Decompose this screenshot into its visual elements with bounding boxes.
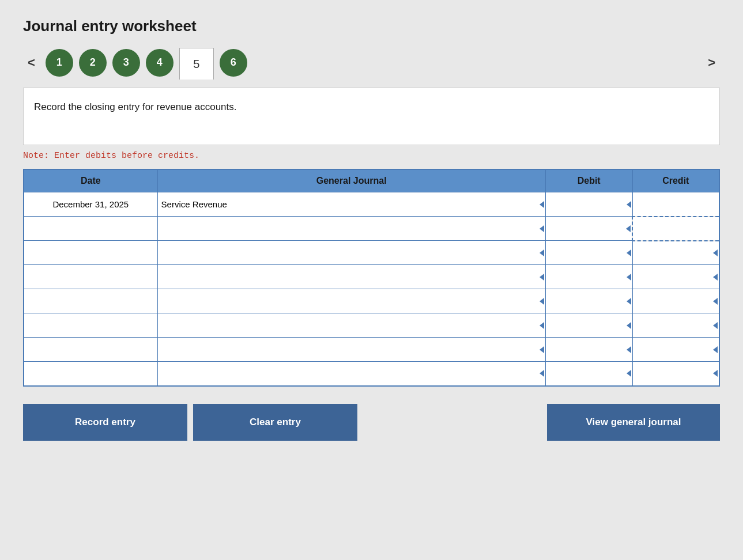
view-general-journal-button[interactable]: View general journal (547, 404, 720, 441)
tab-1[interactable]: 1 (46, 49, 73, 77)
triangle-icon-3 (540, 249, 544, 256)
triangle-credit-4 (713, 274, 718, 281)
journal-input-4[interactable] (158, 265, 545, 289)
credit-input-6[interactable] (633, 313, 719, 337)
journal-input-6[interactable] (158, 313, 545, 337)
instruction-box: Record the closing entry for revenue acc… (23, 88, 720, 145)
journal-input-5[interactable] (158, 289, 545, 313)
credit-cell-2[interactable] (632, 217, 719, 241)
tab-4[interactable]: 4 (146, 49, 174, 77)
debit-cell-8[interactable] (545, 362, 632, 386)
triangle-icon-5 (540, 298, 544, 305)
table-row (24, 362, 719, 386)
debit-input-4[interactable] (546, 265, 632, 289)
table-row (24, 217, 719, 241)
header-debit: Debit (545, 169, 632, 192)
credit-input-5[interactable] (633, 289, 719, 313)
credit-input-2[interactable] (633, 217, 719, 240)
triangle-icon-7 (540, 346, 544, 353)
triangle-debit-1 (627, 201, 631, 208)
journal-cell-8[interactable] (157, 362, 545, 386)
date-cell-5 (24, 289, 157, 313)
credit-cell-1[interactable] (632, 192, 719, 217)
record-entry-button[interactable]: Record entry (23, 404, 187, 441)
tab-5-active[interactable]: 5 (179, 48, 214, 80)
next-arrow[interactable]: > (703, 53, 720, 73)
header-date: Date (24, 169, 157, 192)
triangle-credit-8 (713, 370, 718, 377)
header-credit: Credit (632, 169, 719, 192)
triangle-credit-7 (713, 346, 718, 353)
journal-cell-2[interactable] (157, 217, 545, 241)
triangle-icon-8 (540, 370, 544, 377)
credit-input-1[interactable] (633, 192, 719, 216)
tab-6[interactable]: 6 (220, 49, 247, 77)
triangle-icon-4 (540, 274, 544, 281)
table-row (24, 289, 719, 313)
table-row (24, 338, 719, 362)
debit-cell-2[interactable] (545, 217, 632, 241)
debit-input-3[interactable] (546, 241, 632, 264)
credit-input-3[interactable] (633, 241, 719, 265)
journal-cell-4[interactable] (157, 265, 545, 289)
debit-cell-6[interactable] (545, 313, 632, 338)
triangle-debit-2 (626, 225, 631, 232)
credit-cell-3[interactable] (632, 241, 719, 265)
credit-cell-7[interactable] (632, 338, 719, 362)
journal-input-7[interactable] (158, 338, 545, 361)
debit-cell-3[interactable] (545, 241, 632, 265)
tab-2[interactable]: 2 (79, 49, 107, 77)
debit-input-8[interactable] (546, 362, 632, 385)
date-cell-6 (24, 313, 157, 338)
debit-input-2[interactable] (546, 217, 632, 240)
debit-cell-5[interactable] (545, 289, 632, 313)
table-row (24, 265, 719, 289)
debit-cell-1[interactable] (545, 192, 632, 217)
clear-entry-button[interactable]: Clear entry (193, 404, 357, 441)
journal-table: Date General Journal Debit Credit Decemb… (23, 169, 720, 387)
tab-3[interactable]: 3 (112, 49, 140, 77)
table-row (24, 313, 719, 338)
prev-arrow[interactable]: < (23, 53, 40, 73)
journal-cell-1[interactable]: Service Revenue (157, 192, 545, 217)
journal-cell-3[interactable] (157, 241, 545, 265)
debit-cell-7[interactable] (545, 338, 632, 362)
date-cell-2 (24, 217, 157, 241)
journal-cell-6[interactable] (157, 313, 545, 338)
note-text: Note: Enter debits before credits. (23, 151, 720, 161)
journal-cell-5[interactable] (157, 289, 545, 313)
triangle-icon-1 (540, 201, 544, 208)
triangle-debit-3 (627, 249, 631, 256)
debit-cell-4[interactable] (545, 265, 632, 289)
credit-cell-5[interactable] (632, 289, 719, 313)
instruction-text: Record the closing entry for revenue acc… (34, 100, 709, 115)
journal-input-3[interactable] (158, 241, 545, 264)
debit-input-5[interactable] (546, 289, 632, 313)
date-cell-1: December 31, 2025 (24, 192, 157, 217)
debit-input-7[interactable] (546, 338, 632, 361)
buttons-row: Record entry Clear entry View general jo… (23, 404, 720, 441)
credit-cell-4[interactable] (632, 265, 719, 289)
header-general-journal: General Journal (157, 169, 545, 192)
tab-navigation: < 1 2 3 4 5 6 > (23, 47, 720, 78)
debit-input-1[interactable] (546, 192, 632, 216)
debit-input-6[interactable] (546, 313, 632, 337)
table-row (24, 241, 719, 265)
journal-cell-7[interactable] (157, 338, 545, 362)
credit-cell-8[interactable] (632, 362, 719, 386)
triangle-credit-3 (713, 249, 718, 256)
journal-input-2[interactable] (158, 217, 545, 240)
triangle-credit-6 (713, 322, 718, 329)
credit-input-7[interactable] (633, 338, 719, 361)
page-title: Journal entry worksheet (23, 17, 720, 35)
date-cell-3 (24, 241, 157, 265)
credit-input-4[interactable] (633, 265, 719, 289)
triangle-credit-5 (713, 298, 718, 305)
triangle-icon-6 (540, 322, 544, 329)
journal-input-8[interactable] (158, 362, 545, 385)
credit-input-8[interactable] (633, 362, 719, 385)
credit-cell-6[interactable] (632, 313, 719, 338)
triangle-icon-2 (540, 225, 544, 232)
triangle-debit-5 (627, 298, 631, 305)
date-cell-7 (24, 338, 157, 362)
